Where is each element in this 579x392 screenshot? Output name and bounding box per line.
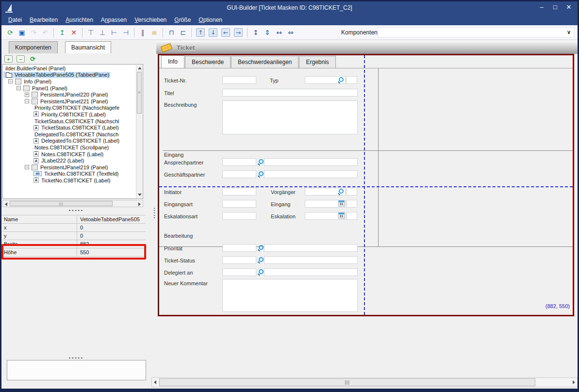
move-up-button[interactable]: ↑ xyxy=(196,28,205,37)
delegiert-an-input[interactable] xyxy=(222,268,256,276)
snap-top-button[interactable]: ⊓ xyxy=(166,27,177,38)
prioritaet-search-icon[interactable] xyxy=(258,245,264,251)
eingangsart-input[interactable] xyxy=(222,200,256,208)
collapse-toggle-icon[interactable]: − xyxy=(25,99,29,103)
scroll-left-icon[interactable] xyxy=(154,380,156,384)
refresh-tree-button[interactable]: ⟳ xyxy=(29,55,37,63)
tree-item[interactable]: VetoableTabbedPane505 (TabbedPane) xyxy=(3,72,110,79)
menu-gre[interactable]: Größe xyxy=(170,16,195,24)
chevron-down-icon[interactable]: ∨ xyxy=(567,29,571,35)
align-left-button[interactable]: ⊢ xyxy=(109,27,119,38)
move-left-button[interactable]: ← xyxy=(221,28,230,37)
tree-item[interactable]: −Panel1 (Panel) xyxy=(3,85,68,92)
move-right-button[interactable]: → xyxy=(234,28,243,37)
same-height-button[interactable]: ↕ xyxy=(250,27,261,38)
ticket-status-input[interactable] xyxy=(222,256,256,264)
scroll-right-icon[interactable] xyxy=(138,202,141,206)
tree-item[interactable]: ADelegatedTo.C98TICKET (Label) xyxy=(3,138,120,145)
form-tab-beschwerde[interactable]: Beschwerde xyxy=(185,56,231,68)
tree-item[interactable]: ATicketStatus.C98TICKET (Label) xyxy=(3,124,120,131)
menu-anpassen[interactable]: Anpassen xyxy=(97,16,131,24)
maximize-button[interactable]: □ xyxy=(551,3,559,11)
grow-height-button[interactable]: ⇕ xyxy=(262,27,273,38)
scroll-down-icon[interactable] xyxy=(138,194,142,196)
vorgaenger-search-icon[interactable] xyxy=(338,189,344,195)
menu-bearbeiten[interactable]: Bearbeiten xyxy=(26,16,62,24)
tree-item[interactable]: +PersistentJPanel220 (Panel) xyxy=(3,91,109,98)
tree-item[interactable]: −PersistentJPanel221 (Panel) xyxy=(3,98,109,105)
collapse-toggle-icon[interactable]: − xyxy=(17,86,21,90)
ansprechpartner-search-icon[interactable] xyxy=(258,159,264,165)
ticket-status-name-input[interactable] xyxy=(264,256,358,264)
tree-item[interactable]: Priority.C98TICKET (Nachschlagefe xyxy=(3,105,120,112)
design-hscroll-thumb[interactable]: ||| xyxy=(159,378,535,386)
tree-item[interactable]: abTicketNo.C98TICKET (Textfeld) xyxy=(3,171,119,178)
splitter-handle-top[interactable]: ••••• xyxy=(1,208,151,213)
eingang-extra-box[interactable] xyxy=(347,200,357,208)
expand-toggle-icon[interactable]: + xyxy=(25,93,29,97)
eskalationsart-input[interactable] xyxy=(222,212,256,220)
form-tab-ergebnis[interactable]: Ergebnis xyxy=(299,56,335,68)
property-row-hhe[interactable]: Höhe550 xyxy=(2,248,146,257)
delegiert-an-name-input[interactable] xyxy=(264,268,358,276)
close-button[interactable]: ✕ xyxy=(565,3,573,11)
beschreibung-textarea[interactable] xyxy=(222,100,358,134)
geschaeftspartner-search-icon[interactable] xyxy=(258,171,264,177)
geschaeftspartner-input[interactable] xyxy=(222,170,256,178)
delegiert-an-search-icon[interactable] xyxy=(258,269,264,275)
tab-komponenten[interactable]: Komponenten xyxy=(9,41,58,53)
save-button[interactable]: ▣ xyxy=(17,27,27,38)
tree-item[interactable]: Notes.C98TICKET (Scrollpane) xyxy=(3,144,110,151)
align-right-button[interactable]: ⊣ xyxy=(120,27,131,38)
collapse-toggle-icon[interactable]: − xyxy=(25,165,29,169)
property-row-y[interactable]: y0 xyxy=(2,232,146,240)
align-bottom-button[interactable]: ⊥ xyxy=(97,27,108,38)
tree-item[interactable]: AJLabel222 (Label) xyxy=(3,157,85,164)
menu-ausrichten[interactable]: Ausrichten xyxy=(62,16,97,24)
tree-item[interactable]: TicketStatus.C98TICKET (Nachschl xyxy=(3,118,120,125)
same-width-button[interactable]: ↔ xyxy=(274,27,284,38)
tab-baumansicht[interactable]: Baumansicht xyxy=(65,41,111,53)
eskalation-calendar-icon[interactable]: 31 xyxy=(338,212,345,219)
form-tab-info[interactable]: Info xyxy=(161,55,184,68)
menu-verschieben[interactable]: Verschieben xyxy=(131,16,170,24)
tree-hscroll-thumb[interactable]: ||| xyxy=(10,201,113,206)
menu-datei[interactable]: Datei xyxy=(4,16,26,24)
design-horizontal-scrollbar[interactable]: ||| xyxy=(151,377,578,387)
property-row-breite[interactable]: Breite882 xyxy=(2,240,146,248)
snap-left-button[interactable]: ⊏ xyxy=(178,27,188,38)
grow-width-button[interactable]: ⇔ xyxy=(285,27,296,38)
titel-input[interactable] xyxy=(222,89,358,97)
komponenten-combobox[interactable]: ∨ xyxy=(378,27,574,37)
property-row-name[interactable]: NameVetoableTabbedPane505 xyxy=(2,215,146,224)
ansprechpartner-name-input[interactable] xyxy=(264,158,358,166)
vorgaenger-extra-box[interactable] xyxy=(347,188,357,196)
initiator-input[interactable] xyxy=(222,188,256,196)
menu-optionen[interactable]: Optionen xyxy=(195,16,226,24)
scroll-left-icon[interactable] xyxy=(5,202,7,206)
form-tab-beschwerdeanliegen[interactable]: Beschwerdeanliegen xyxy=(231,56,298,68)
scroll-up-icon[interactable] xyxy=(138,67,142,69)
geschaeftspartner-name-input[interactable] xyxy=(264,170,358,178)
tree-item[interactable]: ANotes.C98TICKET (Label) xyxy=(3,151,104,158)
tree-item[interactable]: ATicketNo.C98TICKET (Label) xyxy=(3,177,111,184)
refresh-button[interactable]: ⟳ xyxy=(5,27,16,38)
expand-all-button[interactable]: + xyxy=(4,55,13,63)
prioritaet-input[interactable] xyxy=(222,244,256,252)
distribute-vertical-button[interactable]: ≡ xyxy=(149,27,160,38)
minimize-button[interactable]: – xyxy=(538,3,546,11)
typ-search-icon[interactable] xyxy=(338,77,344,83)
eingang-calendar-icon[interactable]: 31 xyxy=(338,200,345,207)
ansprechpartner-input[interactable] xyxy=(222,158,256,166)
component-up-button[interactable]: ↥ xyxy=(57,27,67,38)
scroll-right-icon[interactable] xyxy=(573,380,575,384)
delete-component-button[interactable]: ✕ xyxy=(68,27,79,38)
tree-item[interactable]: −PersistentJPanel219 (Panel) xyxy=(3,164,109,171)
tree-item[interactable]: DelegatedTo.C98TICKET (Nachsch xyxy=(3,131,119,138)
tree-item[interactable]: APriority.C98TICKET (Label) xyxy=(3,111,107,118)
typ-extra-box[interactable] xyxy=(347,76,357,84)
tree-item[interactable]: −Info (Panel) xyxy=(3,78,52,85)
align-top-button[interactable]: ⊤ xyxy=(85,27,96,38)
eskalation-extra-box[interactable] xyxy=(347,212,357,220)
property-row-x[interactable]: x0 xyxy=(2,224,146,232)
